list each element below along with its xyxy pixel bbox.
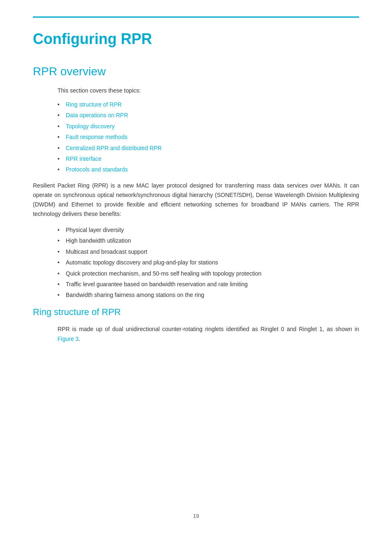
- benefit-label-3: Multicast and broadcast support: [66, 248, 147, 255]
- top-border-decoration: [33, 16, 359, 18]
- benefit-item-5: Quick protection mechanism, and 50-ms se…: [58, 269, 359, 278]
- ring-structure-text-part2: .: [78, 336, 80, 342]
- toc-link-ring-structure[interactable]: Ring structure of RPR: [66, 101, 122, 108]
- figure-3-link[interactable]: Figure 3: [58, 336, 78, 342]
- ring-structure-description: RPR is made up of dual unidirectional co…: [58, 324, 359, 343]
- toc-item-rpr-interface: RPR interface: [58, 154, 359, 163]
- rpr-overview-heading: RPR overview: [33, 64, 359, 79]
- ring-structure-text-part1: RPR is made up of dual unidirectional co…: [58, 326, 359, 332]
- page-number: 19: [193, 512, 199, 521]
- benefit-label-4: Automatic topology discovery and plug-an…: [66, 259, 218, 266]
- toc-item-centralized-distributed: Centralized RPR and distributed RPR: [58, 144, 359, 153]
- benefit-item-6: Traffic level guarantee based on bandwid…: [58, 280, 359, 289]
- toc-link-fault-response[interactable]: Fault response methods: [66, 134, 127, 140]
- toc-item-data-operations: Data operations on RPR: [58, 111, 359, 120]
- benefit-item-7: Bandwidth sharing fairness among station…: [58, 290, 359, 299]
- ring-structure-heading: Ring structure of RPR: [33, 306, 359, 318]
- benefit-item-1: Physical layer diversity: [58, 225, 359, 234]
- toc-link-data-operations[interactable]: Data operations on RPR: [66, 112, 128, 118]
- toc-item-topology-discovery: Topology discovery: [58, 122, 359, 131]
- benefit-item-4: Automatic topology discovery and plug-an…: [58, 258, 359, 267]
- toc-item-ring-structure: Ring structure of RPR: [58, 100, 359, 109]
- toc-item-protocols-standards: Protocols and standards: [58, 165, 359, 174]
- toc-list: Ring structure of RPR Data operations on…: [58, 100, 359, 174]
- benefits-list: Physical layer diversity High bandwidth …: [58, 225, 359, 300]
- page-title: Configuring RPR: [33, 30, 359, 48]
- intro-text: This section covers these topics:: [58, 86, 359, 95]
- page-container: Configuring RPR RPR overview This sectio…: [0, 0, 392, 533]
- rpr-description: Resilient Packet Ring (RPR) is a new MAC…: [33, 181, 359, 219]
- toc-item-fault-response: Fault response methods: [58, 132, 359, 141]
- toc-link-topology-discovery[interactable]: Topology discovery: [66, 123, 115, 130]
- benefit-label-6: Traffic level guarantee based on bandwid…: [66, 281, 248, 287]
- toc-link-protocols-standards[interactable]: Protocols and standards: [66, 166, 128, 173]
- benefit-label-1: Physical layer diversity: [66, 227, 124, 233]
- benefit-label-5: Quick protection mechanism, and 50-ms se…: [66, 270, 261, 277]
- toc-link-rpr-interface[interactable]: RPR interface: [66, 155, 101, 162]
- benefit-item-3: Multicast and broadcast support: [58, 247, 359, 256]
- toc-link-centralized-distributed[interactable]: Centralized RPR and distributed RPR: [66, 145, 161, 151]
- ring-structure-body: RPR is made up of dual unidirectional co…: [58, 324, 359, 343]
- benefit-label-2: High bandwidth utilization: [66, 237, 131, 244]
- benefit-item-2: High bandwidth utilization: [58, 236, 359, 245]
- benefit-label-7: Bandwidth sharing fairness among station…: [66, 292, 204, 298]
